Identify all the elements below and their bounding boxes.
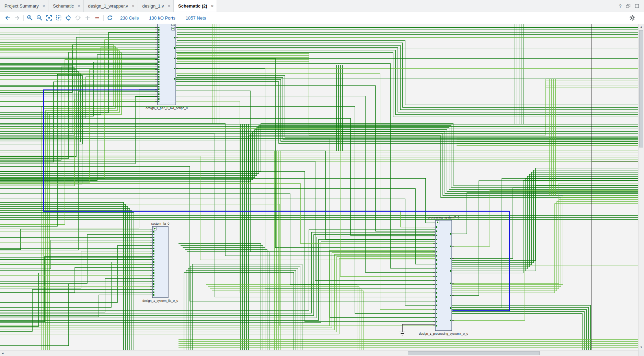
net-wire[interactable] (0, 52, 158, 158)
net-wire[interactable] (446, 309, 586, 350)
scroll-down-button[interactable]: ▼ (639, 344, 644, 350)
net-wire[interactable] (0, 136, 644, 198)
net-wire[interactable] (0, 161, 435, 281)
float-window-icon[interactable] (626, 4, 631, 8)
net-wire[interactable] (0, 134, 644, 195)
tab-schematic-2[interactable]: Schematic (2)× (174, 0, 217, 12)
net-wire[interactable] (186, 270, 296, 350)
net-wire[interactable] (448, 170, 644, 263)
zoom-selection-button[interactable] (54, 13, 64, 23)
net-wire[interactable] (0, 53, 122, 350)
net-wire[interactable] (0, 166, 435, 301)
net-wire[interactable] (173, 80, 644, 141)
autofit-selection-button[interactable] (64, 13, 73, 23)
net-wire[interactable] (181, 246, 263, 350)
net-wire[interactable] (444, 311, 584, 350)
net-wire[interactable] (177, 60, 644, 133)
net-wire[interactable] (0, 252, 442, 328)
schematic-canvas[interactable]: design_1_ps7_0_axi_periph_0system_ila_0d… (0, 24, 644, 350)
net-wire[interactable] (446, 200, 644, 289)
net-wire[interactable] (0, 126, 644, 187)
stat-link-130-i-o-ports[interactable]: 130 I/O Ports (149, 15, 175, 21)
tab-close-icon[interactable]: × (78, 4, 80, 8)
cell-body[interactable] (158, 24, 176, 105)
net-wire[interactable] (0, 74, 435, 309)
net-wire[interactable] (446, 172, 644, 265)
tab-design-1-wrapper-v[interactable]: design_1_wrapper.v× (84, 0, 138, 12)
net-wire[interactable] (177, 54, 644, 127)
net-wire[interactable] (437, 180, 644, 273)
settings-button[interactable] (628, 13, 637, 23)
net-wire[interactable] (452, 188, 644, 259)
net-wire[interactable] (0, 97, 158, 164)
cell-body[interactable] (435, 220, 452, 331)
tab-close-icon[interactable]: × (132, 4, 135, 8)
net-wire[interactable] (0, 237, 447, 318)
net-wire[interactable] (192, 264, 302, 350)
tab-design-1-v[interactable]: design_1.v× (138, 0, 174, 12)
regenerate-button[interactable] (105, 13, 115, 23)
net-wire[interactable] (0, 73, 80, 142)
zoom-in-button[interactable] (25, 13, 35, 23)
net-wire[interactable] (0, 257, 447, 332)
tab-close-icon[interactable]: × (43, 4, 45, 8)
scroll-up-button[interactable]: ▲ (639, 24, 644, 30)
tab-close-icon[interactable]: × (211, 4, 214, 8)
net-wire[interactable] (185, 250, 267, 350)
zoom-fit-button[interactable] (44, 13, 54, 23)
stat-link-238-cells[interactable]: 238 Cells (120, 15, 139, 21)
net-wire[interactable] (0, 151, 435, 239)
net-wire[interactable] (208, 287, 359, 350)
net-wire[interactable] (184, 272, 294, 350)
net-wire[interactable] (439, 178, 644, 271)
collapse-hierarchy-button[interactable] (92, 13, 102, 23)
back-button[interactable] (3, 13, 12, 23)
net-wire[interactable] (0, 123, 644, 185)
schematic-svg[interactable]: design_1_ps7_0_axi_periph_0system_ila_0d… (0, 24, 644, 350)
horizontal-scrollbar[interactable]: ◄ ► (0, 350, 644, 356)
net-wire[interactable] (188, 268, 298, 350)
vertical-scrollbar[interactable]: ▲ ▼ (638, 24, 644, 350)
net-wire[interactable] (210, 289, 361, 350)
tab-close-icon[interactable]: × (168, 4, 170, 8)
net-wire[interactable] (0, 77, 158, 118)
net-wire[interactable] (0, 69, 158, 182)
net-wire[interactable] (0, 189, 435, 264)
tab-schematic[interactable]: Schematic× (48, 0, 83, 12)
cell-pin-marker (436, 321, 437, 322)
vertical-scrollbar-thumb[interactable] (639, 30, 643, 147)
net-wire[interactable] (0, 51, 119, 350)
back-icon (4, 15, 11, 21)
horizontal-scrollbar-thumb[interactable] (408, 351, 540, 355)
net-wire[interactable] (0, 40, 158, 179)
net-wire[interactable] (0, 235, 444, 316)
net-wire[interactable] (0, 82, 158, 162)
net-wire[interactable] (183, 248, 265, 350)
net-wire[interactable] (0, 211, 132, 350)
scroll-right-button[interactable]: ► (0, 351, 5, 356)
stat-link-1857-nets[interactable]: 1857 Nets (186, 15, 206, 21)
maximize-icon[interactable] (635, 4, 639, 8)
net-wire[interactable] (0, 128, 644, 189)
net-wire[interactable] (0, 62, 158, 116)
net-wire[interactable] (0, 67, 158, 160)
net-wire[interactable] (190, 266, 300, 350)
tab-project-summary[interactable]: Project Summary× (0, 0, 48, 12)
cell-pin-marker (158, 98, 160, 100)
help-icon[interactable]: ? (619, 3, 622, 9)
net-wire[interactable] (452, 181, 644, 296)
cell-body[interactable] (152, 226, 168, 298)
net-wire[interactable] (0, 211, 435, 227)
net-wire[interactable] (452, 186, 644, 271)
net-wire[interactable] (452, 193, 644, 234)
net-wire[interactable] (452, 190, 644, 246)
net-wire[interactable] (0, 74, 158, 226)
net-wire[interactable] (0, 209, 130, 350)
zoom-out-button[interactable] (35, 13, 44, 23)
net-wire[interactable] (0, 99, 158, 186)
net-wire[interactable] (0, 178, 435, 223)
net-wire[interactable] (175, 78, 644, 139)
net-wire[interactable] (177, 56, 644, 129)
net-wire[interactable] (452, 183, 644, 283)
net-wire[interactable] (441, 204, 644, 293)
